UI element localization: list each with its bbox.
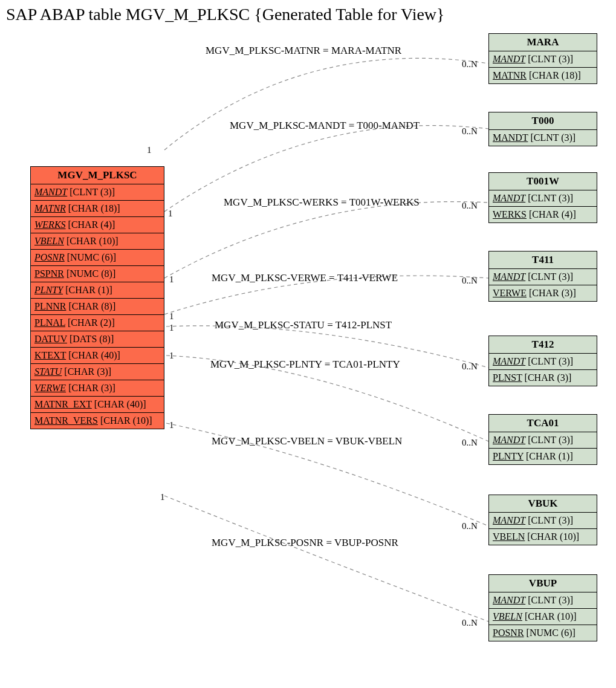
field-row: DATUV [DATS (8)] xyxy=(31,331,164,348)
field-row: PLNTY [CHAR (1)] xyxy=(489,449,597,464)
cardinality-right: 0..N xyxy=(462,521,478,531)
field-row: MATNR [CHAR (18)] xyxy=(489,68,597,83)
relation-label: MGV_M_PLKSC-VBELN = VBUK-VBELN xyxy=(212,435,402,447)
field-row: MATNR_VERS [CHAR (10)] xyxy=(31,413,164,429)
field-row: PLNNR [CHAR (8)] xyxy=(31,299,164,315)
field-row: MANDT [CLNT (3)] xyxy=(489,269,597,285)
cardinality-right: 0..N xyxy=(462,126,478,137)
entity-header: T000 xyxy=(489,112,597,130)
entity-header: TCA01 xyxy=(489,415,597,432)
entity-mara: MARA MANDT [CLNT (3)] MATNR [CHAR (18)] xyxy=(488,33,597,84)
cardinality-left: 1 xyxy=(160,492,165,502)
entity-t411: T411 MANDT [CLNT (3)] VERWE [CHAR (3)] xyxy=(488,251,597,302)
field-row: VERWE [CHAR (3)] xyxy=(31,380,164,397)
field-row: VBELN [CHAR (10)] xyxy=(31,233,164,250)
field-row: MANDT [CLNT (3)] xyxy=(31,184,164,201)
field-row: MANDT [CLNT (3)] xyxy=(489,130,597,146)
field-row: PSPNR [NUMC (8)] xyxy=(31,266,164,282)
cardinality-left: 1 xyxy=(147,145,152,155)
relation-label: MGV_M_PLKSC-MATNR = MARA-MATNR xyxy=(206,45,401,57)
relation-label: MGV_M_PLKSC-VERWE = T411-VERWE xyxy=(212,272,398,284)
relation-label: MGV_M_PLKSC-STATU = T412-PLNST xyxy=(215,319,392,331)
cardinality-right: 0..N xyxy=(462,438,478,448)
relation-label: MGV_M_PLKSC-MANDT = T000-MANDT xyxy=(230,120,420,132)
field-row: PLNAL [CHAR (2)] xyxy=(31,315,164,331)
cardinality-left: 1 xyxy=(169,311,174,322)
entity-t001w: T001W MANDT [CLNT (3)] WERKS [CHAR (4)] xyxy=(488,172,597,223)
entity-t412: T412 MANDT [CLNT (3)] PLNST [CHAR (3)] xyxy=(488,336,597,386)
cardinality-right: 0..N xyxy=(462,201,478,211)
field-row: VERWE [CHAR (3)] xyxy=(489,285,597,301)
cardinality-right: 0..N xyxy=(462,362,478,372)
page-title: SAP ABAP table MGV_M_PLKSC {Generated Ta… xyxy=(6,5,445,24)
field-row: MANDT [CLNT (3)] xyxy=(489,513,597,529)
entity-header: T412 xyxy=(489,336,597,354)
field-row: MANDT [CLNT (3)] xyxy=(489,190,597,207)
entity-header: T411 xyxy=(489,252,597,269)
entity-tca01: TCA01 MANDT [CLNT (3)] PLNTY [CHAR (1)] xyxy=(488,414,597,465)
field-row: PLNTY [CHAR (1)] xyxy=(31,282,164,299)
entity-header: VBUP xyxy=(489,575,597,592)
field-row: MATNR [CHAR (18)] xyxy=(31,201,164,217)
cardinality-right: 0..N xyxy=(462,59,478,70)
field-row: MANDT [CLNT (3)] xyxy=(489,354,597,370)
entity-header: MARA xyxy=(489,34,597,51)
cardinality-left: 1 xyxy=(169,323,174,333)
relation-label: MGV_M_PLKSC-PLNTY = TCA01-PLNTY xyxy=(210,359,400,371)
cardinality-right: 0..N xyxy=(462,618,478,628)
field-row: POSNR [NUMC (6)] xyxy=(489,625,597,641)
entity-header: MGV_M_PLKSC xyxy=(31,167,164,184)
field-row: POSNR [NUMC (6)] xyxy=(31,250,164,266)
cardinality-left: 1 xyxy=(169,420,174,430)
field-row: STATU [CHAR (3)] xyxy=(31,364,164,380)
relation-label: MGV_M_PLKSC-POSNR = VBUP-POSNR xyxy=(212,537,398,549)
relation-label: MGV_M_PLKSC-WERKS = T001W-WERKS xyxy=(224,196,420,209)
entity-header: VBUK xyxy=(489,495,597,513)
cardinality-left: 1 xyxy=(168,209,173,219)
entity-t000: T000 MANDT [CLNT (3)] xyxy=(488,112,597,146)
field-row: MANDT [CLNT (3)] xyxy=(489,432,597,449)
entity-mgv-m-plksc: MGV_M_PLKSC MANDT [CLNT (3)] MATNR [CHAR… xyxy=(30,166,164,429)
field-row: VBELN [CHAR (10)] xyxy=(489,529,597,545)
field-row: MANDT [CLNT (3)] xyxy=(489,592,597,609)
entity-vbup: VBUP MANDT [CLNT (3)] VBELN [CHAR (10)] … xyxy=(488,574,597,641)
field-row: MANDT [CLNT (3)] xyxy=(489,51,597,68)
field-row: KTEXT [CHAR (40)] xyxy=(31,348,164,364)
field-row: MATNR_EXT [CHAR (40)] xyxy=(31,397,164,413)
cardinality-left: 1 xyxy=(169,351,174,361)
entity-vbuk: VBUK MANDT [CLNT (3)] VBELN [CHAR (10)] xyxy=(488,495,597,545)
field-row: PLNST [CHAR (3)] xyxy=(489,370,597,386)
field-row: WERKS [CHAR (4)] xyxy=(489,207,597,222)
entity-header: T001W xyxy=(489,173,597,190)
field-row: WERKS [CHAR (4)] xyxy=(31,217,164,233)
field-row: VBELN [CHAR (10)] xyxy=(489,609,597,625)
cardinality-left: 1 xyxy=(169,274,174,285)
cardinality-right: 0..N xyxy=(462,276,478,286)
